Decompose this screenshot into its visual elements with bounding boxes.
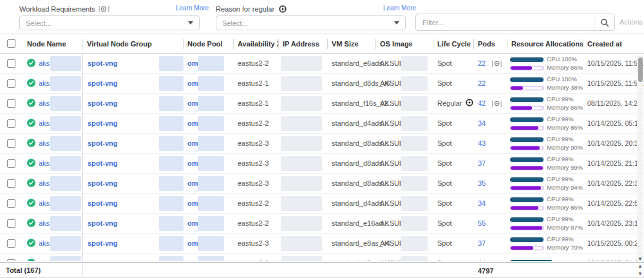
select-all-checkbox[interactable] [7, 39, 15, 48]
row-checkbox[interactable] [7, 219, 15, 228]
virtual-node-group-link[interactable]: spot-vng [88, 59, 117, 67]
row-checkbox-cell [0, 253, 23, 261]
row-checkbox-cell [0, 194, 23, 213]
workload-learn-more-link[interactable]: Learn More [176, 5, 209, 12]
row-checkbox[interactable] [7, 139, 15, 148]
redacted-node-name [50, 156, 81, 171]
resource-labels: CPU 99% Memory 97% [547, 215, 583, 232]
col-os-image[interactable]: OS Image [375, 34, 433, 53]
pods-count-link[interactable]: 43 [478, 139, 486, 147]
created-at-cell: 08/11/2025, 14:2... [583, 94, 637, 113]
vertical-scrollbar[interactable]: ▼ [637, 55, 643, 262]
node-pool-cell: omnp [183, 94, 233, 113]
regular-reason-icon[interactable] [466, 99, 473, 108]
table-row: aks-om spot-vng omnp eastus2-3 standard_… [0, 154, 644, 174]
pods-count-link[interactable]: 22 [478, 79, 486, 87]
pods-count-link[interactable]: 34 [478, 199, 486, 207]
corner-scroll-arrows[interactable]: ▲ ▼ [637, 263, 643, 277]
node-pool-cell: omnp [183, 54, 233, 73]
vm-size-cell: standard_d8ads... [327, 134, 375, 153]
scrollbar-thumb[interactable] [638, 57, 643, 82]
workload-wheel-icon: || [491, 100, 502, 107]
cpu-bar [510, 77, 544, 82]
created-at-value: 08/11/2025, 14:2... [587, 99, 643, 107]
availability-zone-value: eastus2-1 [238, 99, 269, 107]
row-checkbox[interactable] [7, 199, 15, 208]
actions-button[interactable]: Actions [620, 18, 643, 26]
pods-count-link[interactable]: 22 [478, 59, 486, 67]
scroll-down-icon[interactable]: ▼ [638, 271, 643, 277]
col-vm-size[interactable]: VM Size [327, 34, 375, 53]
workload-requirements-label: Workload Requirements [19, 5, 95, 13]
vm-size-cell: standard_e16ad... [327, 213, 375, 233]
workload-requirements-select[interactable]: Select... [19, 15, 200, 30]
cpu-bar [510, 237, 544, 242]
pods-total-count: 4797 [478, 263, 493, 278]
resource-allocations-cell: CPU 100% Memory 66% [507, 54, 583, 73]
memory-label: Memory 70% [547, 243, 583, 252]
row-checkbox[interactable] [7, 59, 15, 68]
row-checkbox[interactable] [7, 239, 15, 248]
col-created-at[interactable]: Created at [583, 34, 637, 53]
row-checkbox[interactable] [7, 179, 15, 188]
virtual-node-group-link[interactable]: spot-vng [88, 79, 117, 87]
resource-bars [510, 116, 544, 130]
pods-count-link[interactable]: 44 [478, 259, 486, 261]
virtual-node-group-link[interactable]: spot-vng [88, 159, 117, 167]
node-healthy-icon [27, 199, 35, 208]
col-life-cycle[interactable]: Life Cycle [433, 34, 473, 53]
col-node-name[interactable]: Node Name [23, 34, 82, 53]
cpu-bar [510, 217, 544, 222]
virtual-node-group-link[interactable]: spot-vng [88, 259, 117, 261]
pods-cell: 43 [473, 134, 507, 153]
row-checkbox[interactable] [7, 259, 15, 262]
redacted-node-pool [198, 116, 224, 131]
redacted-vng-suffix [159, 156, 184, 171]
filter-input[interactable] [416, 19, 594, 26]
row-checkbox[interactable] [7, 119, 15, 128]
ip-address-cell [278, 213, 327, 233]
scroll-up-icon[interactable]: ▲ [638, 263, 643, 269]
virtual-node-group-link[interactable]: spot-vng [88, 199, 117, 207]
pods-count-link[interactable]: 42 [478, 99, 486, 107]
col-node-pool[interactable]: Node Pool [183, 34, 233, 53]
redacted-vng-suffix [159, 136, 184, 151]
virtual-node-group-link[interactable]: spot-vng [88, 219, 117, 227]
virtual-node-group-link[interactable]: spot-vng [88, 119, 117, 127]
life-cycle-cell: Spot [433, 134, 473, 153]
row-checkbox[interactable] [7, 79, 15, 88]
redacted-node-name [50, 136, 81, 151]
scroll-down-icon[interactable]: ▼ [637, 255, 643, 262]
availability-zone-cell: eastus2-2 [233, 213, 278, 233]
redacted-ip-address [281, 256, 322, 261]
virtual-node-group-link[interactable]: spot-vng [88, 239, 117, 247]
search-icon[interactable] [594, 14, 614, 30]
row-checkbox-cell [0, 213, 23, 233]
pods-count-link[interactable]: 35 [478, 179, 486, 187]
col-resource-allocations[interactable]: Resource Allocations ↓ [507, 34, 583, 53]
col-availability-zone[interactable]: Availability Zone [233, 34, 278, 53]
pods-count-link[interactable]: 55 [478, 219, 486, 227]
row-checkbox-cell [0, 134, 23, 153]
pods-count-link[interactable]: 37 [478, 239, 486, 247]
col-pods[interactable]: Pods [473, 34, 507, 53]
col-virtual-node-group[interactable]: Virtual Node Group [82, 34, 183, 53]
resource-labels: CPU 99% Memory 99% [547, 155, 583, 172]
resource-bars [510, 56, 544, 70]
pods-count-link[interactable]: 34 [478, 119, 486, 127]
row-checkbox[interactable] [7, 99, 15, 108]
vm-size-cell: standard_d4ads... [327, 114, 375, 133]
virtual-node-group-link[interactable]: spot-vng [88, 99, 117, 107]
life-cycle-value: Spot [437, 59, 452, 67]
virtual-node-group-link[interactable]: spot-vng [88, 139, 117, 147]
ip-address-cell [278, 74, 327, 93]
pods-count-link[interactable]: 37 [478, 159, 486, 167]
reason-for-regular-select[interactable]: Select... [216, 15, 406, 30]
resource-allocations-cell: CPU 99% Memory 99% [507, 154, 583, 173]
row-checkbox[interactable] [7, 159, 15, 168]
virtual-node-group-link[interactable]: spot-vng [88, 179, 117, 187]
resource-labels: CPU 99% Memory 86% [547, 115, 583, 132]
reason-learn-more-link[interactable]: Learn More [383, 5, 416, 12]
col-ip-address[interactable]: IP Address [278, 34, 327, 53]
redacted-node-pool [198, 56, 224, 71]
